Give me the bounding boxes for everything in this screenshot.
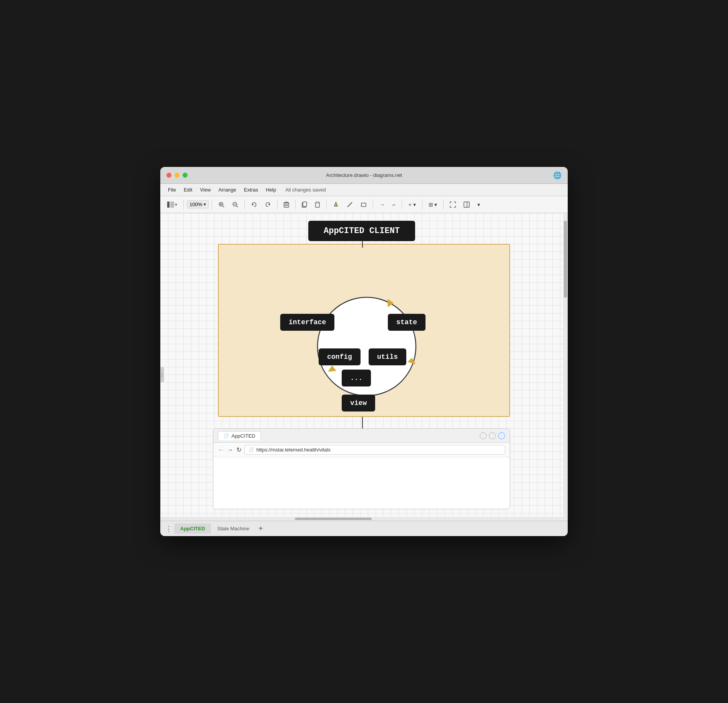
browser-url: https://mstar.telemed.health/vitals: [256, 447, 331, 453]
diagram-content: AppCITED CLIENT interface state config u…: [214, 221, 514, 436]
shape-button[interactable]: [357, 200, 370, 209]
vertical-scrollbar[interactable]: [563, 213, 568, 521]
main-window: Architecture.drawio - diagrams.net 🌐 Fil…: [160, 167, 568, 536]
client-label-box[interactable]: AppCITED CLIENT: [308, 221, 415, 241]
sidebar-handle[interactable]: │: [160, 367, 164, 382]
titlebar: Architecture.drawio - diagrams.net 🌐: [160, 167, 568, 184]
browser-tab-label: AppCITED: [231, 433, 255, 439]
vertical-scrollbar-thumb[interactable]: [564, 221, 567, 298]
svg-rect-24: [464, 202, 469, 207]
browser-mockup: 📄 AppCITED ← → ↻ 📄 https://mstar.telemed…: [213, 428, 510, 509]
browser-address-icon: 📄: [249, 447, 254, 452]
browser-forward-button[interactable]: →: [227, 446, 233, 453]
line-button[interactable]: [344, 200, 356, 209]
node-state[interactable]: state: [388, 314, 425, 331]
svg-line-3: [223, 206, 224, 207]
browser-window-buttons: [480, 432, 505, 439]
panel-button[interactable]: [460, 200, 473, 209]
svg-rect-0: [167, 202, 170, 208]
toolbar: ▾ 100% ▾: [160, 196, 568, 213]
zoom-out-button[interactable]: [229, 200, 241, 209]
zoom-in-button[interactable]: [215, 200, 228, 209]
zoom-control[interactable]: 100% ▾: [187, 200, 209, 208]
fullscreen-button[interactable]: [447, 200, 459, 209]
svg-line-7: [236, 206, 238, 207]
maximize-button[interactable]: [183, 173, 188, 178]
menu-arrange[interactable]: Arrange: [215, 185, 239, 194]
node-dots[interactable]: ...: [342, 370, 371, 386]
svg-line-22: [347, 202, 352, 207]
delete-button[interactable]: [281, 200, 292, 209]
browser-back-button[interactable]: ←: [218, 446, 224, 453]
browser-minimize[interactable]: [480, 432, 487, 439]
minimize-button[interactable]: [175, 173, 180, 178]
browser-tab-icon: 📄: [224, 433, 229, 438]
browser-refresh-button[interactable]: ↻: [236, 446, 241, 453]
svg-rect-13: [285, 202, 288, 203]
tab-add-button[interactable]: +: [255, 523, 266, 534]
node-config[interactable]: config: [319, 348, 361, 365]
node-utils[interactable]: utils: [369, 348, 406, 365]
connector-button[interactable]: →: [376, 200, 388, 209]
tab-appcited[interactable]: AppCITED: [174, 523, 211, 534]
node-view[interactable]: view: [342, 395, 375, 411]
globe-icon[interactable]: 🌐: [553, 171, 562, 180]
horizontal-scrollbar[interactable]: [160, 517, 563, 521]
window-title: Architecture.drawio - diagrams.net: [326, 172, 402, 178]
waypoint-button[interactable]: ⌐: [389, 200, 399, 209]
panel-toggle-button[interactable]: ▾: [164, 200, 180, 209]
beige-container[interactable]: interface state config utils ... view: [218, 244, 510, 417]
horizontal-scrollbar-thumb[interactable]: [295, 518, 372, 520]
svg-rect-1: [170, 202, 174, 208]
canvas[interactable]: │ AppCITED CLIENT interface state config…: [160, 213, 568, 521]
tab-state-machine[interactable]: State Machine: [211, 523, 255, 534]
collapse-button[interactable]: ▾: [474, 200, 483, 209]
browser-navigation: ← → ↻ 📄 https://mstar.telemed.health/vit…: [213, 443, 510, 457]
browser-tab[interactable]: 📄 AppCITED: [218, 431, 261, 440]
svg-marker-21: [334, 202, 337, 206]
insert-button[interactable]: + ▾: [405, 200, 419, 209]
save-status: All changes saved: [285, 187, 326, 193]
tab-bar: ⋮ AppCITED State Machine +: [160, 521, 568, 536]
svg-rect-18: [303, 202, 307, 207]
menu-help[interactable]: Help: [263, 185, 279, 194]
browser-maximize[interactable]: [489, 432, 496, 439]
svg-marker-9: [252, 203, 254, 206]
svg-marker-10: [268, 203, 270, 206]
menu-extras[interactable]: Extras: [241, 185, 261, 194]
browser-close[interactable]: [498, 432, 505, 439]
zoom-label: 100%: [189, 202, 202, 207]
redo-button[interactable]: [262, 200, 274, 209]
svg-rect-20: [316, 202, 319, 203]
tab-more-button[interactable]: ⋮: [163, 523, 174, 534]
browser-content: [213, 457, 510, 507]
node-interface[interactable]: interface: [280, 314, 334, 331]
window-controls: [166, 173, 188, 178]
menu-view[interactable]: View: [197, 185, 214, 194]
close-button[interactable]: [166, 173, 171, 178]
menu-file[interactable]: File: [165, 185, 179, 194]
table-button[interactable]: ⊞ ▾: [425, 200, 440, 209]
menu-edit[interactable]: Edit: [181, 185, 195, 194]
fill-button[interactable]: [330, 200, 342, 209]
menubar: File Edit View Arrange Extras Help All c…: [160, 184, 568, 196]
browser-address-bar[interactable]: 📄 https://mstar.telemed.health/vitals: [244, 445, 505, 455]
browser-titlebar: 📄 AppCITED: [213, 429, 510, 443]
undo-button[interactable]: [248, 200, 260, 209]
svg-rect-23: [361, 203, 366, 207]
paste-button[interactable]: [312, 200, 323, 209]
copy-button[interactable]: [299, 200, 310, 209]
